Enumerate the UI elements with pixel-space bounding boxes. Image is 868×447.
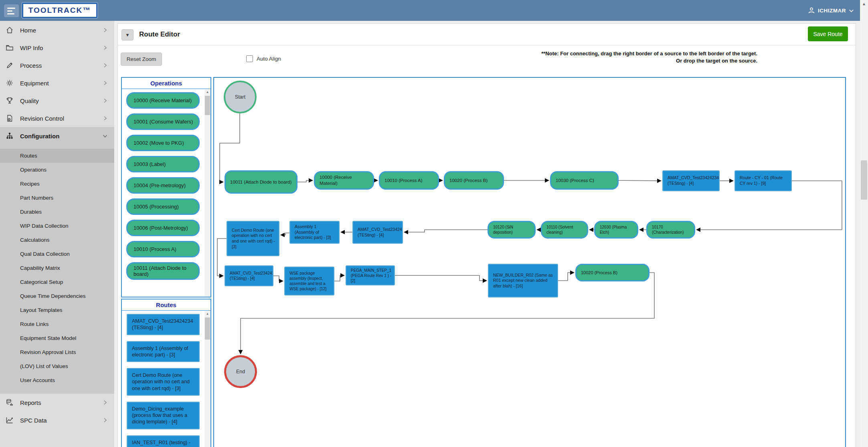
sidebar-item-reports[interactable]: Reports (0, 394, 114, 411)
operations-scroll-thumb[interactable] (205, 96, 210, 115)
flow-edge-1 (297, 180, 309, 182)
sidebar-item-calculations[interactable]: Calculations (0, 233, 114, 247)
sidebar-item-operations[interactable]: Operations (0, 163, 114, 177)
route-item-demo-dicing-example[interactable]: Demo_Dicing_example (process flow that u… (127, 402, 200, 429)
flow-edge-arrowhead (279, 279, 283, 283)
sidebar-item-home[interactable]: Home (0, 21, 114, 39)
sidebar-top-items: HomeWIP InfoProcessEquipmentQualityRevis… (0, 21, 114, 127)
scroll-up-icon[interactable]: ▲ (204, 90, 210, 94)
flow-node-op10120[interactable]: 10120 (SiN deposition) (488, 221, 536, 239)
flow-node-rtamat3[interactable]: AMAT_CVD_Test23424234 (TESting) - [4] (225, 265, 273, 286)
page-scrollbar[interactable]: ▲ (860, 0, 868, 447)
sidebar-item-durables[interactable]: Durables (0, 205, 114, 219)
operation-pill-10000[interactable]: 10000 (Receive Material) (126, 92, 200, 109)
operation-pill-10005[interactable]: 10005 (Processing) (126, 198, 200, 215)
flow-node-op10000[interactable]: 10000 (Receive Material) (314, 171, 374, 190)
flow-node-op10110[interactable]: 10110 (Solvent cleaning) (541, 221, 588, 239)
sidebar-item-user-accounts[interactable]: User Accounts (0, 373, 114, 387)
flow-node-op12030[interactable]: 12030 (Plasma Etch) (594, 221, 638, 239)
save-route-button[interactable]: Save Route (808, 26, 848, 41)
routes-scroll-thumb[interactable] (205, 318, 210, 340)
end-node[interactable]: End (224, 355, 257, 388)
operation-pill-10004[interactable]: 10004 (Pre-metrology) (126, 177, 200, 194)
operations-list: 10000 (Receive Material)10001 (Consume W… (122, 89, 210, 297)
operation-pill-10001[interactable]: 10001 (Consume Wafers) (126, 113, 200, 130)
start-node[interactable]: Start (224, 81, 257, 113)
operation-pill-10010[interactable]: 10010 (Process A) (126, 241, 200, 257)
flow-node-rtpega[interactable]: PEGA_MAIN_STEP_1 (PEGA Route Rev 1 ) - [… (346, 265, 395, 285)
sidebar-item-process[interactable]: Process (0, 57, 114, 74)
routes-scrollbar[interactable]: ▲ (204, 311, 210, 447)
user-menu[interactable]: ICHIZMAR (808, 0, 854, 21)
flow-edge-arrowhead (696, 228, 700, 232)
flow-node-op10011[interactable]: 10011 (Attach Diode to board) (225, 170, 297, 194)
flow-node-op10020[interactable]: 10020 (Process B) (444, 171, 504, 190)
top-bar: TOOLTRACK™ ICHIZMAR (0, 0, 868, 21)
operation-pill-10002[interactable]: 10002 (Move to PKG) (126, 135, 200, 151)
sidebar-item-label: Process (20, 62, 102, 69)
sidebar-item-revision-control[interactable]: Revision Control (0, 109, 114, 127)
operation-pill-10006[interactable]: 10006 (Post-Metrology) (126, 220, 200, 236)
sidebar-item-part-numbers[interactable]: Part Numbers (0, 191, 114, 205)
page: TOOLTRACK™ ICHIZMAR HomeWIP InfoProcessE… (0, 0, 868, 447)
flow-edge-18 (558, 273, 570, 281)
reset-zoom-button[interactable]: Reset Zoom (121, 53, 162, 66)
operation-pill-10011[interactable]: 10011 (Attach Diode to board) (126, 262, 200, 280)
user-icon (808, 7, 815, 14)
sidebar-item-queue-time-dependencies[interactable]: Queue Time Dependencies (0, 289, 114, 303)
sidebar-item-capability-matrix[interactable]: Capability Matrix (0, 261, 114, 275)
flow-edge-arrowhead (657, 178, 662, 183)
sidebar-item-equipment[interactable]: Equipment (0, 74, 114, 92)
sidebar-item-route-links[interactable]: Route Links (0, 317, 114, 331)
route-item-ian-test-r01[interactable]: IAN_TEST_R01 (testing) - [13] (127, 435, 200, 447)
sidebar-item-wip-info[interactable]: WIP Info (0, 39, 114, 57)
sidebar-item-equipment-state-model[interactable]: Equipment State Model (0, 331, 114, 345)
flow-edge-11 (408, 230, 488, 232)
flow-node-op10030[interactable]: 10030 (Process C) (550, 171, 619, 190)
sidebar-item-qual-data-collection[interactable]: Qual Data Collection (0, 247, 114, 261)
flow-node-rtwse[interactable]: WSE package assembly (Inspect, assemble … (284, 267, 334, 295)
flow-node-op10020b[interactable]: 10020 (Process B) (575, 264, 649, 281)
sidebar-item-recipes[interactable]: Recipes (0, 177, 114, 191)
flow-node-rtamat2[interactable]: AMAT_CVD_Test23424234 (TESting) - [4] (352, 221, 403, 244)
sidebar-config-children: RoutesOperationsRecipesPart NumbersDurab… (0, 149, 114, 387)
sidebar-item-layout-templates[interactable]: Layout Templates (0, 303, 114, 317)
sidebar-item-spc-data[interactable]: SPC Data (0, 411, 114, 429)
sidebar-item-routes[interactable]: Routes (0, 149, 114, 163)
collapse-panel-button[interactable]: ▼ (121, 29, 134, 40)
sidebar-item-configuration[interactable]: Configuration (0, 127, 114, 145)
route-item-amat-cvd-test23424234[interactable]: AMAT_CVD_Test23424234 (TESting) - [4] (127, 314, 200, 335)
sidebar-item-label: Quality (20, 97, 102, 104)
user-name: ICHIZMAR (818, 8, 846, 14)
auto-align-checkbox[interactable] (246, 55, 253, 62)
flow-node-rtassembly[interactable]: Assembly 1 (Assembly of electronic part)… (289, 221, 340, 244)
operation-pill-10003[interactable]: 10003 (Label) (126, 156, 200, 172)
operations-panel-title: Operations (122, 78, 210, 89)
scroll-up-icon[interactable]: ▲ (204, 312, 210, 316)
flow-node-rtcertdemo[interactable]: Cert Demo Route (one operation with no c… (227, 221, 279, 256)
sidebar-item-categorical-setup[interactable]: Categorical Setup (0, 275, 114, 289)
sidebar-item-wip-data-collection[interactable]: WIP Data Collection (0, 219, 114, 233)
sidebar-item-quality[interactable]: Quality (0, 92, 114, 109)
flow-node-op10170[interactable]: 10170 (Characterization) (646, 221, 695, 239)
route-item-cert[interactable]: Cert Demo Route (one operation with no c… (127, 368, 200, 396)
scroll-up-icon[interactable]: ▲ (860, 2, 868, 6)
hamburger-menu-icon[interactable] (4, 4, 19, 17)
flow-node-rtnewb[interactable]: NEW_BUILDER_R02 (Same as R01 except new … (488, 264, 558, 297)
flow-edge-16 (334, 275, 340, 281)
flow-edge-arrowhead (239, 350, 243, 354)
route-item-assembly[interactable]: Assembly 1 (Assembly of electronic part)… (127, 341, 200, 362)
flow-node-rtamat1[interactable]: AMAT_CVD_Test23424234 (TESting) - [4] (662, 170, 720, 191)
flow-node-rtroutecy[interactable]: Route - CY - 01 (Route CY rev 1) - [9] (734, 170, 792, 191)
sidebar-item-lov-list-of-values[interactable]: (LOV) List of Values (0, 359, 114, 373)
sidebar-item-label: Home (20, 27, 102, 34)
hierarchy-icon (6, 131, 14, 140)
app-logo-text: TOOLTRACK™ (28, 6, 91, 15)
sidebar-item-revision-approval-lists[interactable]: Revision Approval Lists (0, 345, 114, 359)
flow-edge-17 (395, 275, 483, 281)
page-scroll-thumb[interactable] (861, 160, 867, 200)
route-canvas[interactable]: Start 10011 (Attach Diode to board)10000… (213, 77, 846, 447)
flow-node-op10010[interactable]: 10010 (Process A) (379, 171, 439, 190)
operations-scrollbar[interactable]: ▲ (204, 89, 210, 297)
page-title: Route Editor (139, 30, 180, 38)
